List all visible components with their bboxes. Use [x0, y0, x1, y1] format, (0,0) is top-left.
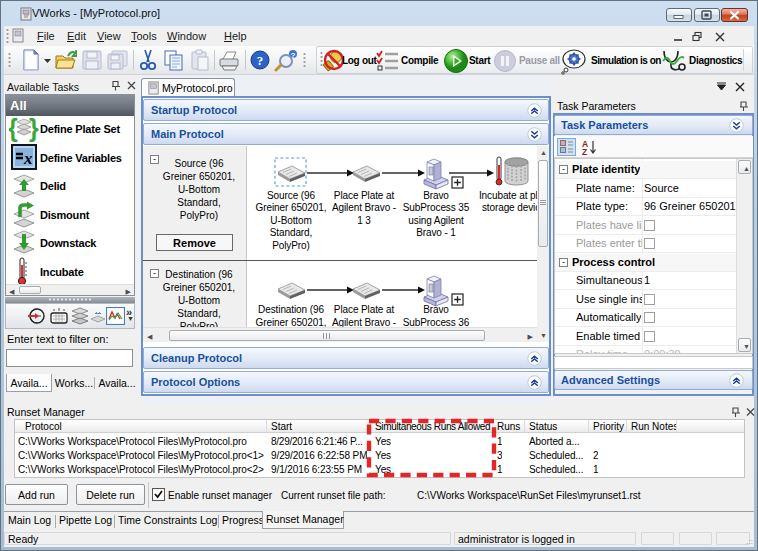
- svg-text:Greiner 650201,: Greiner 650201,: [256, 317, 327, 327]
- svg-text:1 3: 1 3: [357, 215, 371, 226]
- svg-text:Bravo: Bravo: [423, 190, 449, 201]
- svg-text:Z: Z: [582, 147, 587, 156]
- svg-text:SubProcess 36: SubProcess 36: [403, 317, 470, 327]
- svg-text:}: }: [29, 115, 39, 142]
- svg-text:{: {: [9, 115, 18, 142]
- svg-text:Place Plate at: Place Plate at: [334, 190, 395, 201]
- svg-text:Place Plate at: Place Plate at: [334, 304, 395, 315]
- svg-text:Destination (96: Destination (96: [258, 304, 324, 315]
- svg-text:Agilent Bravo -: Agilent Bravo -: [332, 202, 396, 213]
- svg-text:storage devic: storage devic: [482, 202, 537, 213]
- svg-text:using Agilent: using Agilent: [408, 215, 464, 226]
- svg-text:U-Bottom: U-Bottom: [270, 215, 311, 226]
- svg-text:Source (96: Source (96: [267, 190, 315, 201]
- svg-text:Agilent Bravo -: Agilent Bravo -: [332, 317, 396, 327]
- svg-text:Bravo: Bravo: [423, 304, 449, 315]
- svg-text:Incubate at pla: Incubate at pla: [479, 190, 537, 201]
- svg-text:Greiner 650201,: Greiner 650201,: [256, 202, 327, 213]
- svg-text:SubProcess 35: SubProcess 35: [403, 202, 470, 213]
- svg-text:?: ?: [257, 53, 264, 68]
- svg-text:Standard,: Standard,: [270, 227, 312, 238]
- svg-text:PolyPro): PolyPro): [272, 240, 310, 251]
- svg-text:x: x: [23, 149, 33, 168]
- svg-text:Bravo - 1: Bravo - 1: [416, 227, 456, 238]
